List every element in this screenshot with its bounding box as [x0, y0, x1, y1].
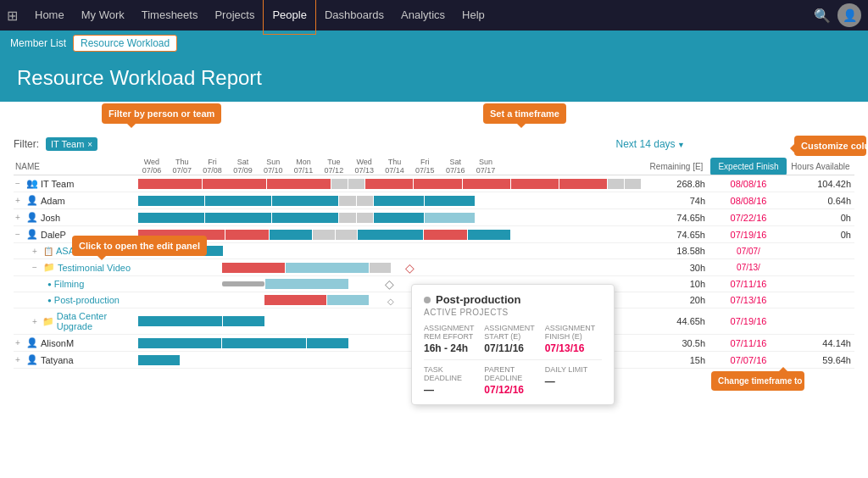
hours-4 — [787, 243, 854, 259]
search-icon[interactable]: 🔍 — [814, 8, 831, 24]
popup-col-6: Daily Limit — — [545, 365, 602, 396]
nav-dashboards[interactable]: Dashboards — [316, 0, 392, 31]
hours-6 — [787, 276, 854, 292]
expand-btn-2[interactable]: + — [15, 213, 24, 222]
row-name-0: IT Team — [41, 179, 74, 189]
popup-parent-deadline: 07/12/16 — [484, 384, 541, 396]
day-header-10: Sat07/16 — [440, 158, 470, 175]
filter-tooltip-bubble: Filter by person or team — [102, 103, 221, 124]
expand-btn-8[interactable]: + — [32, 317, 40, 326]
hours-0: 104.42h — [787, 175, 854, 192]
row-name-2: Josh — [41, 213, 60, 223]
subnav-member-list[interactable]: Member List — [10, 37, 66, 49]
expand-btn-1[interactable]: + — [15, 196, 24, 205]
filter-row: Filter: IT Team × Next 14 days — [14, 137, 854, 151]
expand-btn-4[interactable]: + — [32, 247, 41, 256]
day-header-4: Sun07/10 — [258, 158, 288, 175]
table-row: − 👥 IT Team — [14, 175, 854, 192]
popup-col-3: Assignment Finish (E) 07/13/16 — [545, 324, 602, 354]
row-name-6[interactable]: Filming — [54, 279, 84, 289]
nav-projects[interactable]: Projects — [206, 0, 263, 31]
bar-cell-3 — [136, 226, 643, 243]
hours-10: 59.64h — [787, 352, 854, 369]
popup-subtitle: ACTIVE PROJECTS — [424, 308, 602, 317]
day-header-8: Thu07/14 — [380, 158, 410, 175]
subnav-resource-workload[interactable]: Resource Workload — [73, 35, 177, 52]
table-header-row: NAME Wed07/06 Thu07/07 Fri07/08 Sat07/09… — [14, 158, 854, 175]
popup-grid-1: Assignment Rem Effort 16h - 24h Assignme… — [424, 324, 602, 354]
expand-btn-9[interactable]: + — [15, 338, 24, 347]
row-name-1: Adam — [41, 196, 65, 206]
remaining-2: 74.65h — [643, 209, 710, 226]
remaining-0: 268.8h — [643, 175, 710, 192]
grid-icon[interactable]: ⊞ — [7, 8, 18, 24]
finish-2: 07/22/16 — [710, 209, 787, 226]
main-content: Filter by person or team Set a timeframe… — [0, 102, 868, 478]
popup-task-deadline: — — [424, 384, 481, 396]
col-header-hours: Hours Available — [787, 158, 854, 175]
popup-finish: 07/13/16 — [545, 342, 602, 354]
filter-tag[interactable]: IT Team × — [46, 137, 97, 151]
day-header-9: Fri07/15 — [409, 158, 440, 175]
day-header-11: Sun07/17 — [470, 158, 501, 175]
bar-cell-4 — [136, 243, 643, 259]
nav-people[interactable]: People — [263, 0, 315, 35]
nav-mywork[interactable]: My Work — [73, 0, 133, 31]
person-icon: 👤 — [26, 229, 38, 240]
row-name-7[interactable]: Post-production — [54, 295, 120, 305]
sub-nav: Member List Resource Workload — [0, 31, 868, 56]
filter-label: Filter: — [14, 138, 39, 150]
col-header-finish: Expected Finish — [710, 158, 787, 175]
remaining-10: 15h — [643, 352, 710, 369]
row-name-8[interactable]: Data Center Upgrade — [57, 311, 135, 331]
bar-cell-0 — [136, 175, 643, 192]
row-name-10: Tatyana — [41, 355, 74, 365]
hours-2: 0h — [787, 209, 854, 226]
timeframe-button[interactable]: Next 14 days — [616, 138, 685, 150]
col-header-days: Wed07/06 Thu07/07 Fri07/08 Sat07/09 Sun0… — [136, 158, 643, 175]
popup-col-2: Assignment Start (E) 07/11/16 — [484, 324, 541, 354]
popup-col-5: Parent Deadline 07/12/16 — [484, 365, 541, 396]
customize-tooltip-bubble: Customize columns — [794, 136, 866, 156]
table-row: − 📁 Testimonial Video ◇ 30h — [14, 259, 854, 276]
nav-timesheets[interactable]: Timesheets — [133, 0, 207, 31]
finish-9: 07/11/16 — [710, 335, 787, 352]
hours-7 — [787, 292, 854, 308]
row-name-3: DaleP — [41, 230, 66, 240]
page-title: Resource Workload Report — [17, 66, 851, 90]
hours-1: 0.64h — [787, 192, 854, 209]
day-header-3: Sat07/09 — [227, 158, 258, 175]
remaining-6: 10h — [643, 276, 710, 292]
expand-btn-10[interactable]: + — [15, 355, 24, 364]
hours-3: 0h — [787, 226, 854, 243]
row-name-5[interactable]: Testimonial Video — [58, 263, 131, 273]
edit-tooltip-bubble: Click to open the edit panel — [72, 236, 207, 256]
day-header-2: Fri07/08 — [198, 158, 228, 175]
expand-btn-5[interactable]: − — [32, 263, 41, 272]
day-header-1: Thu07/07 — [167, 158, 198, 175]
table-row: + 👤 Josh — [14, 209, 854, 226]
nav-analytics[interactable]: Analytics — [392, 0, 453, 31]
day-header-0: Wed07/06 — [136, 158, 167, 175]
hours-9: 44.14h — [787, 335, 854, 352]
popup-status-dot — [424, 297, 431, 303]
person-icon: 👤 — [26, 354, 38, 365]
remaining-3: 74.65h — [643, 226, 710, 243]
hours-5 — [787, 259, 854, 276]
expand-btn-0[interactable]: − — [15, 179, 24, 188]
change-timeframe-tooltip-bubble: Change timeframe to include this date — [711, 371, 804, 391]
folder-icon: 📁 — [42, 316, 54, 327]
dot-icon: ● — [47, 297, 52, 304]
person-icon: 👤 — [26, 195, 38, 206]
popup-divider — [424, 359, 602, 360]
bar-cell-1 — [136, 192, 643, 209]
nav-home[interactable]: Home — [26, 0, 73, 31]
remaining-8: 44.65h — [643, 308, 710, 335]
post-production-popup: Post-production ACTIVE PROJECTS Assignme… — [411, 284, 615, 405]
expand-btn-3[interactable]: − — [15, 230, 24, 239]
nav-help[interactable]: Help — [453, 0, 493, 31]
timeframe-tooltip-bubble: Set a timeframe — [483, 103, 566, 124]
hours-8 — [787, 308, 854, 335]
filter-tag-remove[interactable]: × — [87, 140, 92, 149]
avatar[interactable]: 👤 — [837, 3, 861, 27]
